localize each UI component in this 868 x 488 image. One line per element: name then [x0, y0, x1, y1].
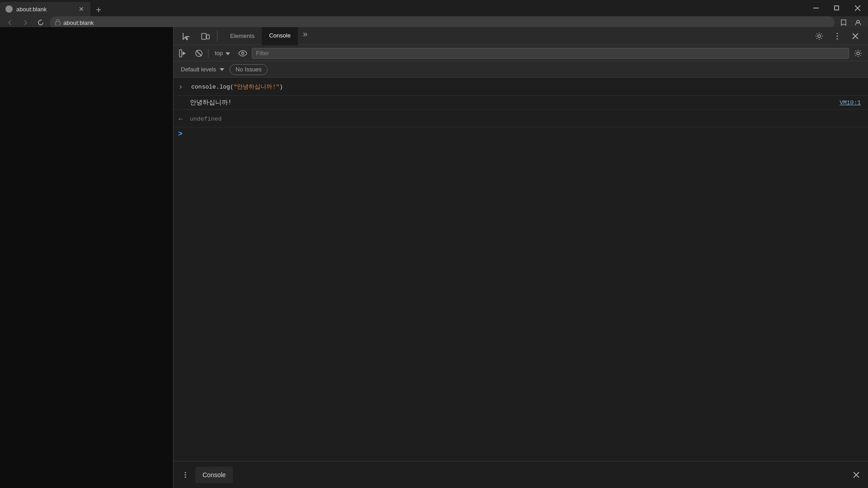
eye-button[interactable] — [236, 47, 249, 60]
svg-point-12 — [837, 38, 838, 39]
svg-point-21 — [185, 472, 186, 473]
svg-rect-15 — [179, 50, 182, 57]
inspect-element-button[interactable] — [179, 29, 193, 43]
clear-console-button[interactable] — [193, 47, 205, 60]
vm-link[interactable]: VM10:1 — [840, 99, 861, 106]
svg-point-11 — [837, 35, 838, 37]
svg-rect-5 — [56, 22, 60, 25]
console-levels-bar: Default levels No Issues — [174, 61, 868, 78]
new-tab-button[interactable]: + — [92, 4, 105, 16]
bottom-drawer: Console — [174, 461, 868, 488]
no-issues-button[interactable]: No Issues — [230, 64, 268, 75]
console-settings-button[interactable] — [852, 47, 864, 60]
svg-point-9 — [818, 35, 821, 38]
svg-marker-16 — [183, 52, 186, 55]
console-log-entry[interactable]: › console.log("안녕하십니까!") — [174, 78, 868, 96]
return-icon: ← — [177, 115, 184, 122]
tab-elements[interactable]: Elements — [223, 27, 262, 45]
device-toggle-button[interactable] — [198, 29, 212, 43]
main-area: Elements Console » — [0, 27, 868, 488]
window-controls — [806, 0, 868, 16]
console-code-line: console.log("안녕하십니까!") — [191, 84, 283, 90]
svg-rect-1 — [813, 8, 819, 9]
devtools-header: Elements Console » — [174, 27, 868, 45]
entry-toggle[interactable]: › — [179, 83, 182, 91]
tab-title: about:blank — [16, 6, 74, 13]
tab-favicon — [5, 5, 13, 13]
browser-chrome: about:blank ✕ + — [0, 0, 868, 27]
svg-rect-8 — [207, 35, 209, 39]
svg-rect-2 — [835, 6, 839, 10]
drawer-tab-label: Console — [203, 471, 226, 479]
console-output-text-row: 안녕하십니까! VM10:1 — [174, 96, 868, 110]
console-output: › console.log("안녕하십니까!") 안녕하십니까! VM10:1 … — [174, 78, 868, 461]
console-prompt[interactable]: > — [174, 127, 868, 140]
close-button[interactable] — [847, 0, 868, 16]
svg-point-10 — [837, 33, 838, 34]
devtools-more-button[interactable] — [830, 29, 844, 43]
devtools-icon-group — [174, 29, 223, 43]
tab-console[interactable]: Console — [262, 27, 298, 45]
undefined-text: undefined — [190, 116, 222, 122]
page-content — [0, 27, 173, 488]
svg-rect-7 — [202, 33, 206, 39]
active-tab[interactable]: about:blank ✕ — [0, 2, 90, 16]
devtools-settings-button[interactable] — [812, 29, 826, 43]
default-levels-label: Default levels — [181, 66, 216, 73]
svg-point-0 — [7, 7, 11, 11]
drawer-close-button[interactable] — [850, 469, 863, 481]
tab-close-button[interactable]: ✕ — [78, 5, 85, 13]
undefined-entry: ← undefined — [174, 110, 868, 127]
default-levels-button[interactable]: Default levels — [181, 66, 224, 73]
dropdown-arrow-icon — [225, 50, 230, 56]
restore-button[interactable] — [826, 0, 847, 16]
svg-point-20 — [857, 52, 859, 55]
filter-input[interactable] — [252, 48, 849, 59]
output-text: 안녕하십니까! — [190, 99, 231, 107]
svg-point-22 — [185, 474, 186, 475]
svg-point-19 — [242, 52, 244, 54]
devtools-header-actions — [807, 29, 868, 43]
more-tabs-button[interactable]: » — [298, 27, 312, 42]
drawer-console-tab[interactable]: Console — [195, 467, 233, 483]
address-text: about:blank — [63, 19, 94, 26]
svg-line-18 — [196, 51, 202, 56]
devtools-panel: Elements Console » — [173, 27, 868, 488]
header-separator — [217, 31, 217, 42]
console-toolbar: top — [174, 45, 868, 61]
context-dropdown[interactable]: top — [211, 48, 234, 59]
svg-point-23 — [185, 476, 186, 478]
devtools-close-button[interactable] — [848, 29, 863, 43]
devtools-tabs: Elements Console » — [223, 27, 807, 45]
toolbar-separator — [208, 49, 208, 58]
prompt-chevron-icon: > — [178, 130, 182, 138]
tab-bar: about:blank ✕ + — [0, 0, 868, 16]
preserve-log-button[interactable] — [177, 47, 190, 60]
drawer-menu-button[interactable] — [179, 469, 192, 481]
minimize-button[interactable] — [806, 0, 826, 16]
secure-icon — [55, 19, 61, 27]
context-label: top — [215, 50, 223, 56]
